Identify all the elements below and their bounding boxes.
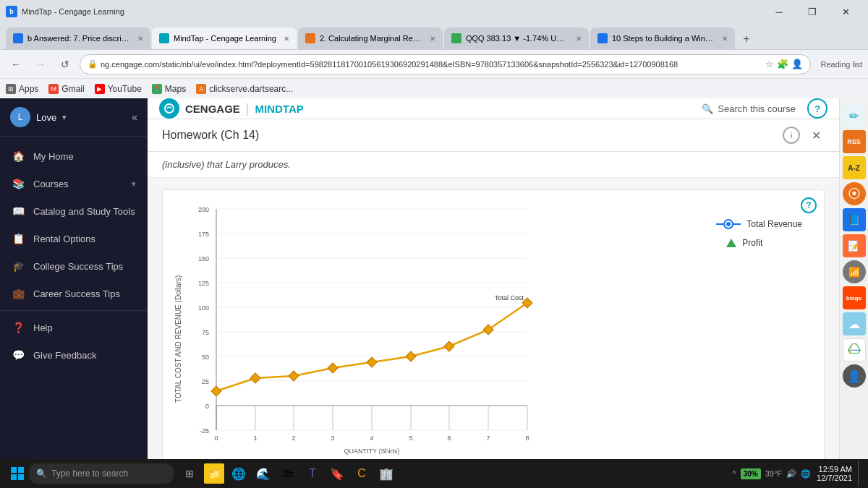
homework-header: Homework (Ch 14) i ✕ bbox=[148, 119, 839, 152]
y-axis-label: TOTAL COST AND REVENUE (Dollars) bbox=[174, 202, 182, 476]
app6-button[interactable]: 🔖 bbox=[327, 463, 347, 484]
svg-rect-52 bbox=[11, 467, 17, 473]
weather-temp: 39°F bbox=[765, 469, 782, 478]
back-button[interactable]: ← bbox=[6, 54, 26, 74]
file-explorer-button[interactable]: 📁 bbox=[204, 463, 224, 484]
bookmark-star-icon[interactable]: ☆ bbox=[765, 59, 774, 69]
sidebar-career-label: Career Success Tips bbox=[33, 288, 120, 299]
window-title: MindTap - Cengage Learning bbox=[22, 7, 124, 16]
bookmark-click[interactable]: A clickserve.dartsearc... bbox=[196, 84, 293, 94]
az-button[interactable]: A-Z bbox=[843, 156, 866, 179]
svg-text:200: 200 bbox=[198, 206, 209, 213]
sidebar-item-my-home[interactable]: 🏠 My Home bbox=[0, 142, 148, 170]
sidebar-collapse-button[interactable]: « bbox=[132, 111, 137, 123]
windows-store-button[interactable]: 🛍 bbox=[278, 463, 298, 484]
courses-icon: 📚 bbox=[12, 177, 25, 190]
svg-text:25: 25 bbox=[202, 378, 209, 385]
title-bar: b MindTap - Cengage Learning ─ ❐ ✕ bbox=[0, 0, 868, 23]
svg-rect-55 bbox=[18, 474, 24, 480]
forward-button[interactable]: → bbox=[30, 54, 51, 74]
bookmark-maps[interactable]: 📍 Maps bbox=[152, 84, 186, 94]
sidebar-college-label: College Success Tips bbox=[33, 261, 123, 272]
bookmark-gmail[interactable]: M Gmail bbox=[48, 84, 84, 94]
header-search[interactable]: 🔍 Search this course bbox=[702, 103, 796, 114]
sidebar-my-home-label: My Home bbox=[33, 151, 74, 162]
orange-button[interactable]: ⦿ bbox=[843, 182, 866, 205]
profile-photo-button[interactable]: 👤 bbox=[843, 364, 866, 388]
book-button[interactable]: 📘 bbox=[843, 208, 866, 231]
teams-button[interactable]: T bbox=[302, 463, 323, 484]
reload-button[interactable]: ↺ bbox=[55, 54, 75, 74]
sidebar-item-career[interactable]: 💼 Career Success Tips bbox=[0, 280, 148, 307]
tabs-bar: b Answered: 7. Price discrim... ✕ MindTa… bbox=[0, 23, 868, 49]
profile-icon[interactable]: 👤 bbox=[791, 59, 803, 69]
sidebar-user[interactable]: L Love ▾ bbox=[10, 107, 67, 127]
volume-icon[interactable]: 🔊 bbox=[786, 469, 796, 479]
bookmark-youtube[interactable]: ▶ YouTube bbox=[95, 84, 142, 94]
sidebar-item-catalog[interactable]: 📖 Catalog and Study Tools bbox=[0, 197, 148, 225]
tab-3[interactable]: 2. Calculating Marginal Reve... ✕ bbox=[298, 27, 443, 49]
tab-4[interactable]: QQQ 383.13 ▼ -1.74% Unna... ✕ bbox=[444, 27, 589, 49]
lock-icon: 🔒 bbox=[88, 59, 98, 69]
notepad-button[interactable]: 📝 bbox=[843, 234, 866, 257]
ms-teams-button[interactable]: 🏢 bbox=[376, 463, 396, 484]
tab-1-text: b Answered: 7. Price discrim... bbox=[27, 34, 130, 43]
google-drive-button[interactable] bbox=[843, 338, 866, 361]
svg-rect-1 bbox=[216, 209, 527, 437]
sidebar-item-courses[interactable]: 📚 Courses ▾ bbox=[0, 170, 148, 197]
chart-container: ? Total Revenue bbox=[148, 178, 839, 488]
chevron-up-icon[interactable]: ^ bbox=[733, 469, 736, 478]
svg-text:3: 3 bbox=[331, 435, 334, 442]
sidebar-item-feedback[interactable]: 💬 Give Feedback bbox=[0, 341, 148, 369]
home-icon: 🏠 bbox=[12, 150, 25, 163]
sidebar-item-rental[interactable]: 📋 Rental Options bbox=[0, 225, 148, 252]
bookmark-maps-label: Maps bbox=[165, 84, 186, 94]
help-button[interactable]: ? bbox=[807, 98, 827, 119]
close-button[interactable]: ✕ bbox=[829, 0, 862, 23]
pencil-tool-button[interactable]: ✏ bbox=[843, 104, 866, 127]
url-input[interactable]: 🔒 ng.cengage.com/static/nb/ui/evo/index.… bbox=[80, 54, 811, 74]
bookmark-apps[interactable]: ⊞ Apps bbox=[6, 84, 38, 94]
new-tab-button[interactable]: + bbox=[736, 29, 757, 49]
college-icon: 🎓 bbox=[12, 260, 25, 273]
svg-text:QUANTITY (Shirts): QUANTITY (Shirts) bbox=[344, 448, 400, 455]
tab-2[interactable]: MindTap - Cengage Learning ✕ bbox=[152, 27, 297, 49]
edge-taskbar-button[interactable]: 🌊 bbox=[253, 463, 273, 484]
network-icon[interactable]: 🌐 bbox=[801, 469, 811, 479]
chart-help-button[interactable]: ? bbox=[801, 197, 817, 213]
svg-text:6: 6 bbox=[447, 435, 451, 442]
legend-profit: Profit bbox=[726, 238, 802, 248]
help-icon: ❓ bbox=[12, 321, 25, 334]
sidebar-rental-label: Rental Options bbox=[33, 234, 95, 244]
reading-list-button[interactable]: Reading list bbox=[821, 60, 862, 69]
tab-5-text: 10 Steps to Building a Winni... bbox=[612, 34, 715, 43]
binge-button[interactable]: binge bbox=[843, 286, 866, 309]
start-button[interactable] bbox=[6, 462, 29, 485]
svg-rect-54 bbox=[11, 474, 17, 480]
sidebar-item-help[interactable]: ❓ Help bbox=[0, 314, 148, 341]
rss-button[interactable]: RSS bbox=[843, 130, 866, 153]
close-homework-button[interactable]: ✕ bbox=[807, 127, 825, 144]
svg-text:4: 4 bbox=[370, 435, 373, 442]
system-tray: ^ 30% 39°F 🔊 🌐 bbox=[733, 468, 812, 479]
bookmark-apps-label: Apps bbox=[19, 84, 38, 94]
task-view-button[interactable]: ⊞ bbox=[179, 463, 200, 484]
right-panel: ✏ RSS A-Z ⦿ 📘 📝 📶 binge ☁ 👤 bbox=[839, 98, 868, 488]
chrome-taskbar-button[interactable]: 🌐 bbox=[229, 463, 249, 484]
clock: 12:59 AM 12/7/2021 bbox=[817, 465, 852, 482]
battery-percent: 30% bbox=[741, 468, 761, 479]
extensions-icon[interactable]: 🧩 bbox=[777, 59, 788, 69]
tab-5[interactable]: 10 Steps to Building a Winni... ✕ bbox=[590, 27, 735, 49]
logo-divider: | bbox=[246, 101, 250, 116]
app7-button[interactable]: C bbox=[352, 463, 372, 484]
show-desktop-button[interactable] bbox=[858, 461, 862, 487]
search-box[interactable]: 🔍 Type here to search bbox=[29, 463, 174, 484]
maximize-button[interactable]: ❐ bbox=[796, 0, 829, 23]
tab-1[interactable]: b Answered: 7. Price discrim... ✕ bbox=[6, 27, 150, 49]
info-button[interactable]: i bbox=[783, 127, 800, 144]
wifi-button[interactable]: 📶 bbox=[843, 260, 866, 283]
svg-text:175: 175 bbox=[198, 231, 209, 238]
sidebar-item-college[interactable]: 🎓 College Success Tips bbox=[0, 252, 148, 280]
cloud-button[interactable]: ☁ bbox=[843, 312, 866, 335]
minimize-button[interactable]: ─ bbox=[762, 0, 796, 23]
